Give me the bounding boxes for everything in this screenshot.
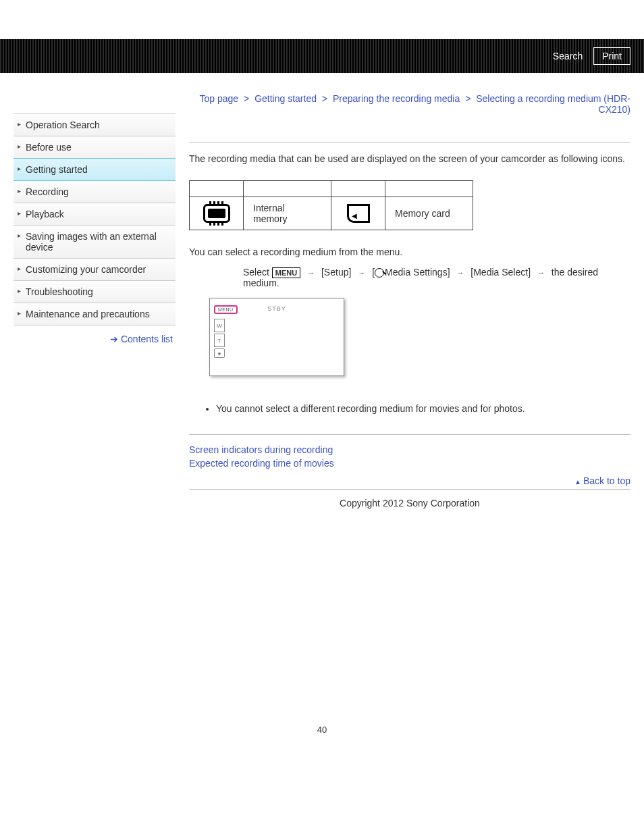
breadcrumb-item[interactable]: Getting started (254, 93, 317, 104)
triangle-up-icon: ▲ (574, 478, 581, 486)
zoom-control: W T ● (214, 319, 225, 358)
contents-list-link[interactable]: ➔Contents list (14, 325, 176, 344)
memory-card-icon (347, 204, 370, 223)
related-link[interactable]: Expected recording time of movies (189, 458, 630, 469)
camcorder-screen-illustration: MENU STBY W T ● (209, 298, 344, 376)
related-topics: Screen indicators during recording Expec… (189, 444, 630, 469)
breadcrumb-item[interactable]: Preparing the recording media (333, 93, 460, 104)
toolbox-icon (375, 268, 384, 278)
intro-text: The recording media that can be used are… (189, 153, 630, 164)
sidebar-item[interactable]: Operation Search (14, 114, 176, 136)
copyright-text: Copyright 2012 Sony Corporation (189, 498, 630, 509)
stby-label: STBY (267, 305, 286, 312)
sidebar-item[interactable]: Troubleshooting (14, 281, 176, 303)
sidebar-item[interactable]: Customizing your camcorder (14, 259, 176, 281)
breadcrumb-item[interactable]: Selecting a recording medium (HDR-CX210) (476, 93, 630, 115)
menu-badge-icon: MENU (272, 267, 300, 278)
sidebar-item[interactable]: Recording (14, 181, 176, 203)
sidebar-item[interactable]: Saving images with an external device (14, 226, 176, 259)
arrow-icon: → (456, 269, 464, 277)
sidebar: Operation SearchBefore useGetting starte… (14, 73, 176, 509)
media-table: Internal memory Memory card (189, 180, 473, 230)
back-to-top-link[interactable]: ▲Back to top (189, 475, 630, 486)
internal-memory-icon (203, 204, 230, 223)
internal-memory-label: Internal memory (244, 197, 331, 230)
arrow-right-icon: ➔ (110, 334, 118, 344)
arrow-icon: → (307, 269, 315, 277)
notes-section: You cannot select a different recording … (189, 403, 630, 414)
breadcrumb: Top page > Getting started > Preparing t… (189, 93, 630, 115)
menu-path: Select MENU → [Setup] → [Media Settings]… (243, 267, 630, 288)
related-link[interactable]: Screen indicators during recording (189, 444, 630, 455)
page-number: 40 (0, 725, 644, 735)
divider (189, 142, 630, 142)
select-instruction: You can select a recording medium from t… (189, 246, 630, 257)
memory-card-label: Memory card (385, 197, 473, 230)
note-item: You cannot select a different recording … (216, 403, 630, 414)
main-content: Top page > Getting started > Preparing t… (189, 73, 630, 509)
divider (189, 434, 630, 435)
search-button[interactable]: Search (549, 48, 587, 64)
arrow-icon: → (358, 269, 365, 277)
sidebar-item[interactable]: Before use (14, 136, 176, 159)
print-button[interactable]: Print (593, 47, 630, 65)
top-bar: Search Print (0, 39, 644, 73)
arrow-icon: → (537, 269, 545, 277)
sidebar-item[interactable]: Playback (14, 203, 176, 226)
breadcrumb-item[interactable]: Top page (200, 93, 239, 104)
sidebar-item[interactable]: Getting started (14, 158, 176, 181)
sidebar-item[interactable]: Maintenance and precautions (14, 303, 176, 325)
menu-highlight: MENU (214, 305, 238, 314)
